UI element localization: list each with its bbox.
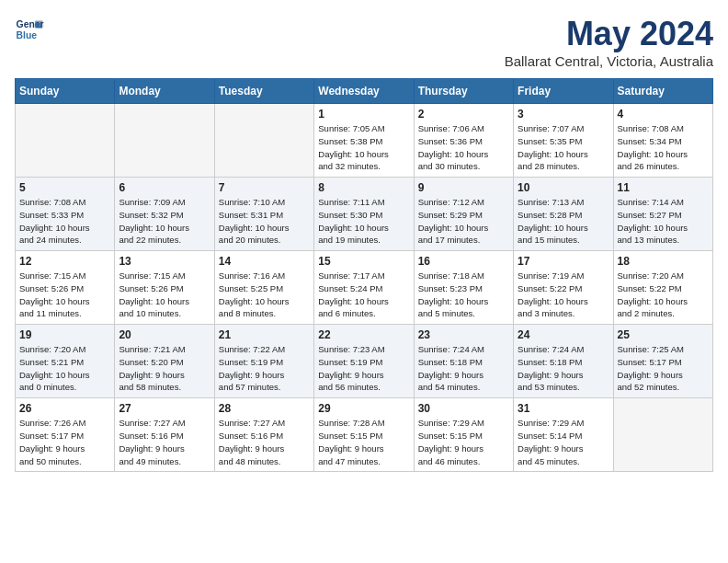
day-info: Sunrise: 7:19 AM Sunset: 5:22 PM Dayligh… (518, 270, 609, 320)
weekday-header-wednesday: Wednesday (314, 79, 414, 104)
calendar-day-cell: 19Sunrise: 7:20 AM Sunset: 5:21 PM Dayli… (16, 325, 115, 398)
day-info: Sunrise: 7:24 AM Sunset: 5:18 PM Dayligh… (418, 343, 509, 394)
day-number: 24 (518, 328, 609, 341)
calendar-table: SundayMondayTuesdayWednesdayThursdayFrid… (15, 78, 713, 472)
day-info: Sunrise: 7:10 AM Sunset: 5:31 PM Dayligh… (219, 196, 310, 247)
day-info: Sunrise: 7:07 AM Sunset: 5:35 PM Dayligh… (518, 122, 609, 173)
day-number: 13 (119, 255, 210, 268)
calendar-day-cell: 5Sunrise: 7:08 AM Sunset: 5:33 PM Daylig… (16, 178, 115, 251)
calendar-day-cell: 13Sunrise: 7:15 AM Sunset: 5:26 PM Dayli… (115, 251, 214, 325)
weekday-header-sunday: Sunday (16, 79, 115, 104)
calendar-day-cell: 16Sunrise: 7:18 AM Sunset: 5:23 PM Dayli… (414, 251, 513, 325)
page-header: General Blue General Blue May 2024 Balla… (15, 15, 713, 69)
calendar-day-cell: 6Sunrise: 7:09 AM Sunset: 5:32 PM Daylig… (115, 178, 214, 251)
day-number: 16 (418, 255, 509, 268)
day-info: Sunrise: 7:22 AM Sunset: 5:19 PM Dayligh… (219, 343, 310, 394)
calendar-day-cell: 26Sunrise: 7:26 AM Sunset: 5:17 PM Dayli… (16, 398, 115, 472)
day-number: 22 (318, 328, 409, 341)
day-number: 21 (219, 328, 310, 341)
day-info: Sunrise: 7:11 AM Sunset: 5:30 PM Dayligh… (318, 196, 409, 247)
weekday-header-saturday: Saturday (613, 79, 712, 104)
day-number: 29 (318, 402, 409, 415)
day-info: Sunrise: 7:08 AM Sunset: 5:33 PM Dayligh… (19, 196, 110, 247)
calendar-week-row: 12Sunrise: 7:15 AM Sunset: 5:26 PM Dayli… (16, 251, 713, 325)
day-number: 14 (219, 255, 310, 268)
logo-icon: General Blue (15, 15, 44, 44)
day-number: 18 (618, 255, 709, 268)
day-number: 26 (19, 402, 110, 415)
day-info: Sunrise: 7:29 AM Sunset: 5:15 PM Dayligh… (418, 417, 509, 467)
calendar-day-cell: 31Sunrise: 7:29 AM Sunset: 5:14 PM Dayli… (514, 398, 613, 472)
day-info: Sunrise: 7:12 AM Sunset: 5:29 PM Dayligh… (418, 196, 509, 247)
weekday-header-tuesday: Tuesday (214, 79, 313, 104)
day-info: Sunrise: 7:23 AM Sunset: 5:19 PM Dayligh… (318, 343, 409, 394)
weekday-header-monday: Monday (115, 79, 214, 104)
calendar-day-cell: 28Sunrise: 7:27 AM Sunset: 5:16 PM Dayli… (214, 398, 313, 472)
calendar-week-row: 26Sunrise: 7:26 AM Sunset: 5:17 PM Dayli… (16, 398, 713, 472)
title-area: May 2024 Ballarat Central, Victoria, Aus… (505, 15, 713, 69)
day-info: Sunrise: 7:14 AM Sunset: 5:27 PM Dayligh… (618, 196, 709, 247)
day-number: 11 (618, 181, 709, 194)
calendar-week-row: 1Sunrise: 7:05 AM Sunset: 5:38 PM Daylig… (16, 104, 713, 178)
calendar-day-cell: 22Sunrise: 7:23 AM Sunset: 5:19 PM Dayli… (314, 325, 414, 398)
day-info: Sunrise: 7:20 AM Sunset: 5:22 PM Dayligh… (618, 270, 709, 320)
day-info: Sunrise: 7:24 AM Sunset: 5:18 PM Dayligh… (518, 343, 609, 394)
day-info: Sunrise: 7:28 AM Sunset: 5:15 PM Dayligh… (318, 417, 409, 467)
day-number: 2 (418, 108, 509, 121)
calendar-week-row: 5Sunrise: 7:08 AM Sunset: 5:33 PM Daylig… (16, 178, 713, 251)
calendar-day-cell: 23Sunrise: 7:24 AM Sunset: 5:18 PM Dayli… (414, 325, 513, 398)
calendar-day-cell: 29Sunrise: 7:28 AM Sunset: 5:15 PM Dayli… (314, 398, 414, 472)
calendar-day-cell: 27Sunrise: 7:27 AM Sunset: 5:16 PM Dayli… (115, 398, 214, 472)
day-info: Sunrise: 7:26 AM Sunset: 5:17 PM Dayligh… (19, 417, 110, 467)
calendar-day-cell: 2Sunrise: 7:06 AM Sunset: 5:36 PM Daylig… (414, 104, 513, 178)
day-info: Sunrise: 7:16 AM Sunset: 5:25 PM Dayligh… (219, 270, 310, 320)
day-number: 20 (119, 328, 210, 341)
logo: General Blue General Blue (15, 15, 44, 44)
day-number: 19 (19, 328, 110, 341)
calendar-day-cell (214, 104, 313, 178)
day-number: 10 (518, 181, 609, 194)
calendar-day-cell: 25Sunrise: 7:25 AM Sunset: 5:17 PM Dayli… (613, 325, 712, 398)
calendar-day-cell: 10Sunrise: 7:13 AM Sunset: 5:28 PM Dayli… (514, 178, 613, 251)
day-number: 15 (318, 255, 409, 268)
day-number: 3 (518, 108, 609, 121)
day-info: Sunrise: 7:29 AM Sunset: 5:14 PM Dayligh… (518, 417, 609, 467)
day-info: Sunrise: 7:20 AM Sunset: 5:21 PM Dayligh… (19, 343, 110, 394)
calendar-day-cell: 7Sunrise: 7:10 AM Sunset: 5:31 PM Daylig… (214, 178, 313, 251)
calendar-day-cell: 4Sunrise: 7:08 AM Sunset: 5:34 PM Daylig… (613, 104, 712, 178)
day-number: 4 (618, 108, 709, 121)
day-info: Sunrise: 7:18 AM Sunset: 5:23 PM Dayligh… (418, 270, 509, 320)
calendar-day-cell: 21Sunrise: 7:22 AM Sunset: 5:19 PM Dayli… (214, 325, 313, 398)
calendar-day-cell: 18Sunrise: 7:20 AM Sunset: 5:22 PM Dayli… (613, 251, 712, 325)
day-info: Sunrise: 7:09 AM Sunset: 5:32 PM Dayligh… (119, 196, 210, 247)
day-info: Sunrise: 7:21 AM Sunset: 5:20 PM Dayligh… (119, 343, 210, 394)
weekday-header-friday: Friday (514, 79, 613, 104)
weekday-header-row: SundayMondayTuesdayWednesdayThursdayFrid… (16, 79, 713, 104)
day-number: 17 (518, 255, 609, 268)
location-title: Ballarat Central, Victoria, Australia (505, 53, 713, 69)
day-info: Sunrise: 7:05 AM Sunset: 5:38 PM Dayligh… (318, 122, 409, 173)
calendar-day-cell: 1Sunrise: 7:05 AM Sunset: 5:38 PM Daylig… (314, 104, 414, 178)
day-number: 23 (418, 328, 509, 341)
day-number: 12 (19, 255, 110, 268)
day-info: Sunrise: 7:25 AM Sunset: 5:17 PM Dayligh… (618, 343, 709, 394)
weekday-header-thursday: Thursday (414, 79, 513, 104)
calendar-day-cell: 8Sunrise: 7:11 AM Sunset: 5:30 PM Daylig… (314, 178, 414, 251)
svg-text:Blue: Blue (17, 30, 38, 40)
calendar-day-cell (613, 398, 712, 472)
calendar-day-cell: 9Sunrise: 7:12 AM Sunset: 5:29 PM Daylig… (414, 178, 513, 251)
day-number: 25 (618, 328, 709, 341)
calendar-day-cell (16, 104, 115, 178)
day-number: 27 (119, 402, 210, 415)
day-info: Sunrise: 7:17 AM Sunset: 5:24 PM Dayligh… (318, 270, 409, 320)
day-number: 9 (418, 181, 509, 194)
day-info: Sunrise: 7:15 AM Sunset: 5:26 PM Dayligh… (119, 270, 210, 320)
calendar-day-cell: 12Sunrise: 7:15 AM Sunset: 5:26 PM Dayli… (16, 251, 115, 325)
calendar-day-cell: 30Sunrise: 7:29 AM Sunset: 5:15 PM Dayli… (414, 398, 513, 472)
day-number: 7 (219, 181, 310, 194)
calendar-day-cell: 15Sunrise: 7:17 AM Sunset: 5:24 PM Dayli… (314, 251, 414, 325)
calendar-day-cell (115, 104, 214, 178)
calendar-day-cell: 11Sunrise: 7:14 AM Sunset: 5:27 PM Dayli… (613, 178, 712, 251)
day-number: 5 (19, 181, 110, 194)
calendar-day-cell: 24Sunrise: 7:24 AM Sunset: 5:18 PM Dayli… (514, 325, 613, 398)
